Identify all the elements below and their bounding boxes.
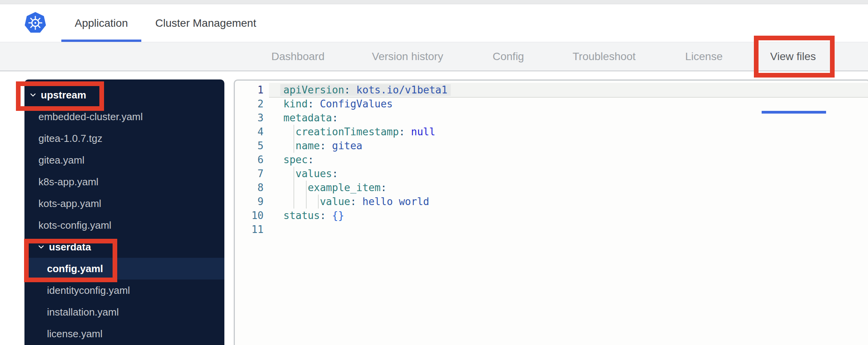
- indent-guide: [306, 181, 307, 195]
- header-tab-label: Application: [75, 17, 128, 29]
- line-number: 8: [235, 181, 269, 195]
- tree-item-label: upstream: [41, 89, 86, 101]
- token-key: metadata: [283, 112, 332, 124]
- tree-item-label: gitea.yaml: [38, 154, 85, 166]
- indent-guide: [306, 195, 307, 209]
- line-number: 2: [235, 97, 269, 111]
- token-key: values: [295, 168, 332, 179]
- chevron-down-icon: [28, 90, 38, 100]
- code-text: value: hello world: [283, 196, 429, 207]
- line-number: 7: [235, 167, 269, 181]
- nav-tab-license[interactable]: License: [685, 42, 723, 71]
- token-punc: :: [332, 168, 338, 179]
- token-null: null: [411, 126, 436, 138]
- file-identityconfig-yaml[interactable]: identityconfig.yaml: [24, 279, 224, 301]
- nav-tab-view-files[interactable]: View files: [770, 42, 816, 71]
- indent-guide: [293, 167, 294, 181]
- nav-tab-config[interactable]: Config: [493, 42, 524, 71]
- token-punc: :: [308, 154, 314, 166]
- file-gitea-yaml[interactable]: gitea.yaml: [24, 149, 224, 171]
- token-punc: :: [344, 84, 356, 96]
- tree-item-label: kots-config.yaml: [38, 219, 111, 231]
- tree-item-label: kots-app.yaml: [38, 198, 101, 210]
- file-k8s-app-yaml[interactable]: k8s-app.yaml: [24, 171, 224, 193]
- token-punc: :: [308, 98, 320, 110]
- code-line[interactable]: 10status: {}: [235, 209, 868, 223]
- folder-upstream[interactable]: upstream: [24, 84, 224, 106]
- code-text: example_item:: [283, 182, 387, 193]
- token-key: value: [320, 196, 350, 207]
- token-key: kind: [283, 98, 308, 110]
- code-text: creationTimestamp: null: [283, 126, 435, 138]
- file-kots-app-yaml[interactable]: kots-app.yaml: [24, 193, 224, 214]
- line-number: 11: [235, 223, 269, 236]
- code-text: metadata:: [283, 112, 338, 124]
- code-line[interactable]: 1apiVersion: kots.io/v1beta1: [235, 83, 868, 97]
- token-punc: :: [380, 182, 387, 193]
- code-text: spec:: [283, 154, 314, 166]
- file-kots-config-yaml[interactable]: kots-config.yaml: [24, 214, 224, 236]
- code-line-content: spec:: [269, 153, 868, 167]
- folder-userdata[interactable]: userdata: [24, 236, 224, 258]
- file-config-yaml[interactable]: config.yaml: [24, 258, 224, 279]
- line-number: 3: [235, 111, 269, 125]
- code-line[interactable]: 11: [235, 223, 868, 236]
- code-line[interactable]: 5 name: gitea: [235, 139, 868, 153]
- line-number: 10: [235, 209, 269, 223]
- token-punc: :: [320, 140, 332, 152]
- code-line[interactable]: 8 example_item:: [235, 181, 868, 195]
- file-embedded-cluster-yaml[interactable]: embedded-cluster.yaml: [24, 106, 224, 128]
- code-text: status: {}: [283, 210, 344, 221]
- tree-item-label: k8s-app.yaml: [38, 176, 99, 188]
- selected-text: apiVersion: kots.io/v1beta1: [280, 84, 451, 96]
- tree-item-label: installation.yaml: [47, 306, 119, 318]
- code-line-content: status: {}: [269, 209, 868, 223]
- active-nav-underline: [762, 111, 826, 114]
- tree-item-label: identityconfig.yaml: [47, 285, 130, 297]
- token-key: example_item: [308, 182, 381, 193]
- token-val: ConfigValues: [320, 98, 393, 110]
- line-number: 9: [235, 195, 269, 209]
- code-line[interactable]: 6spec:: [235, 153, 868, 167]
- token-val: kots.io/v1beta1: [356, 84, 448, 96]
- token-brace: {}: [332, 210, 344, 221]
- header-tab-label: Cluster Management: [155, 17, 256, 29]
- token-val: hello world: [363, 196, 429, 207]
- token-key: apiVersion: [283, 84, 344, 96]
- code-line-content: kind: ConfigValues: [269, 97, 868, 111]
- line-number: 5: [235, 139, 269, 153]
- code-text: kind: ConfigValues: [283, 98, 393, 110]
- tree-item-label: license.yaml: [47, 328, 102, 340]
- file-gitea-1-0-7-tgz[interactable]: gitea-1.0.7.tgz: [24, 128, 224, 149]
- code-line-content: apiVersion: kots.io/v1beta1: [269, 83, 868, 97]
- code-text: values:: [283, 168, 338, 179]
- header-tab-application[interactable]: Application: [61, 4, 141, 42]
- nav-tab-version-history[interactable]: Version history: [372, 42, 443, 71]
- line-number: 6: [235, 153, 269, 167]
- code-line[interactable]: 9 value: hello world: [235, 195, 868, 209]
- file-license-yaml[interactable]: license.yaml: [24, 323, 224, 345]
- yaml-code-editor[interactable]: 1apiVersion: kots.io/v1beta12kind: Confi…: [234, 79, 868, 345]
- code-line[interactable]: 4 creationTimestamp: null: [235, 125, 868, 139]
- file-installation-yaml[interactable]: installation.yaml: [24, 301, 224, 323]
- code-line[interactable]: 7 values:: [235, 167, 868, 181]
- nav-tab-dashboard[interactable]: Dashboard: [271, 42, 325, 71]
- window-top-strip: [0, 0, 868, 4]
- tree-item-label: userdata: [49, 241, 91, 253]
- code-line-content: [269, 223, 868, 236]
- token-punc: :: [350, 196, 362, 207]
- indent-guide: [293, 195, 294, 209]
- indent-guide: [293, 139, 294, 153]
- code-line-content: creationTimestamp: null: [269, 125, 868, 139]
- line-number: 1: [235, 83, 269, 97]
- nav-tab-troubleshoot[interactable]: Troubleshoot: [573, 42, 635, 71]
- chevron-down-icon: [36, 242, 46, 252]
- token-punc: :: [332, 112, 338, 124]
- token-key: name: [295, 140, 320, 152]
- app-navbar: DashboardVersion historyConfigTroublesho…: [0, 42, 868, 71]
- code-line-content: name: gitea: [269, 139, 868, 153]
- token-key: status: [283, 210, 320, 221]
- app-header: ApplicationCluster Management: [0, 4, 868, 42]
- header-tab-cluster-management[interactable]: Cluster Management: [142, 4, 270, 42]
- code-line[interactable]: 2kind: ConfigValues: [235, 97, 868, 111]
